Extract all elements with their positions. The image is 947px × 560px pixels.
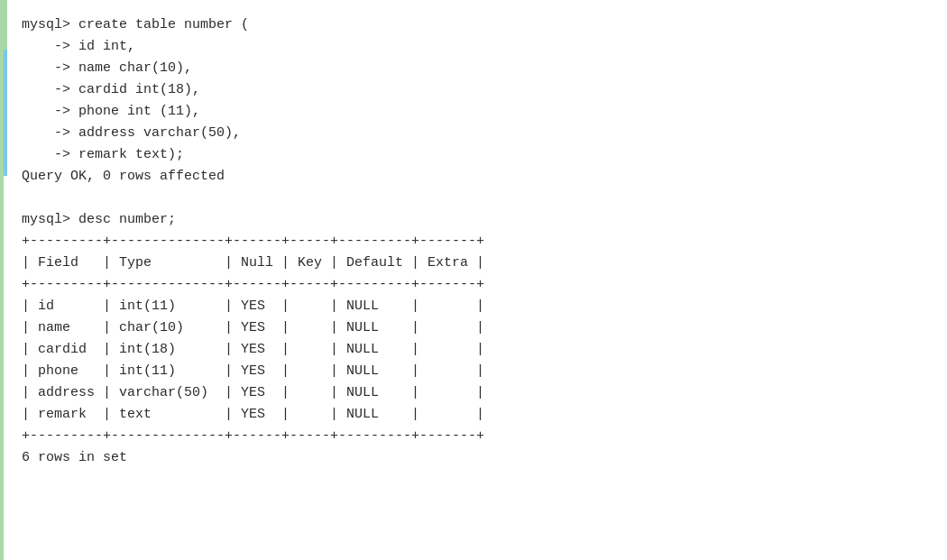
table-row-remark: | remark | text | YES | | NULL | | — [22, 407, 484, 422]
line-4: -> phone int (11), — [22, 104, 200, 119]
table-row-id: | id | int(11) | YES | | NULL | | — [22, 298, 484, 314]
line-2: -> name char(10), — [22, 60, 192, 76]
green-sidebar-bar — [4, 0, 7, 50]
table-border-bottom: +---------+--------------+------+-----+-… — [22, 428, 484, 444]
line-3: -> cardid int(18), — [22, 82, 200, 97]
table-header: | Field | Type | Null | Key | Default | … — [22, 255, 484, 271]
desc-command-line: mysql> desc number; — [22, 212, 176, 227]
line-1: -> id int, — [22, 39, 135, 54]
line-5: -> address varchar(50), — [22, 125, 241, 141]
create-command-line: mysql> create table number ( — [22, 17, 249, 32]
blue-sidebar-bar — [4, 50, 7, 176]
table-row-name: | name | char(10) | YES | | NULL | | — [22, 320, 484, 335]
terminal-content: mysql> create table number ( -> id int, … — [22, 14, 929, 469]
table-row-address: | address | varchar(50) | YES | | NULL |… — [22, 385, 484, 400]
table-row-phone: | phone | int(11) | YES | | NULL | | — [22, 363, 484, 379]
query-ok-message: Query OK, 0 rows affected — [22, 169, 225, 184]
rows-in-set: 6 rows in set — [22, 450, 127, 465]
terminal-window: mysql> create table number ( -> id int, … — [0, 0, 947, 560]
table-border-mid: +---------+--------------+------+-----+-… — [22, 277, 484, 292]
line-6: -> remark text); — [22, 147, 184, 162]
table-border-top: +---------+--------------+------+-----+-… — [22, 234, 484, 249]
table-row-cardid: | cardid | int(18) | YES | | NULL | | — [22, 342, 484, 357]
